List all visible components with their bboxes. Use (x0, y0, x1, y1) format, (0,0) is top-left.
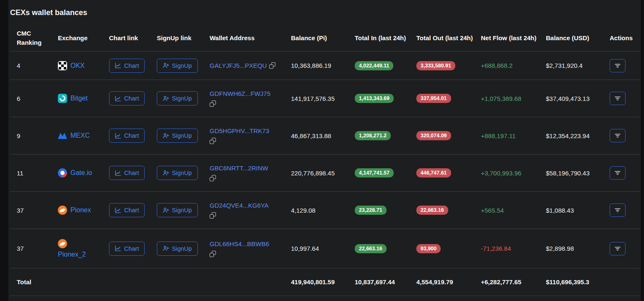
wallet-address-cell: GALYJFJ5...PXEQU (210, 62, 291, 69)
copy-icon[interactable] (210, 251, 216, 257)
chart-button-label: Chart (124, 170, 139, 176)
page-title: CEXs wallet balances (10, 8, 641, 17)
bitget-logo-icon (58, 94, 67, 103)
wallet-address-link[interactable]: GD5HGPHV...TRK73 (210, 127, 269, 134)
exchange-link[interactable]: MEXC (70, 132, 90, 139)
total-balance-usd: $110,696,395.3 (546, 278, 610, 286)
chart-link-cell: Chart (109, 203, 157, 217)
wallet-address-link[interactable]: GDFNWH6Z...FWJ75 (210, 90, 270, 97)
signup-button[interactable]: SignUp (157, 203, 198, 217)
wallet-address-cell: GD24QVE4...KG6YA (210, 202, 291, 219)
actions-cell (610, 129, 641, 142)
signup-button[interactable]: SignUp (157, 129, 198, 143)
filter-icon (614, 95, 621, 102)
exchange-cell: Pionex (58, 206, 109, 215)
filter-icon (614, 132, 621, 139)
wallet-address-link[interactable]: GBC6NRTT...2RINW (210, 165, 268, 172)
chart-button[interactable]: Chart (109, 129, 145, 143)
wallet-address-link[interactable]: GALYJFJ5...PXEQU (210, 62, 267, 69)
chart-button[interactable]: Chart (109, 59, 145, 73)
filter-icon (614, 170, 621, 176)
actions-button[interactable] (610, 129, 626, 142)
signup-button[interactable]: SignUp (157, 59, 198, 73)
wallet-address-cell: GDL66HS4...BBWB6 (210, 240, 291, 257)
total-out-badge: 3,333,580.91 (416, 61, 455, 70)
signup-button[interactable]: SignUp (157, 242, 198, 256)
table-row: 6 Bitget Chart SignUp (10, 80, 641, 117)
header-total-in: Total In (last 24h) (355, 33, 416, 43)
total-in-cell: 1,208,271.2 (355, 131, 416, 140)
person-plus-icon (163, 207, 169, 214)
person-plus-icon (163, 133, 169, 139)
exchange-link[interactable]: Pionex (70, 206, 91, 214)
line-chart-icon (115, 207, 121, 214)
net-flow-value: +3,700,993.96 (481, 170, 521, 177)
balance-pi-value: 4,129.08 (291, 207, 355, 214)
total-out-badge: 446,747.61 (416, 168, 451, 178)
balance-pi-value: 141,917,576.35 (291, 95, 355, 102)
line-chart-icon (115, 245, 121, 252)
chart-button-label: Chart (124, 62, 139, 69)
total-in-badge: 4,022,449.11 (355, 61, 393, 70)
actions-button[interactable] (610, 92, 626, 105)
total-out-value: 4,554,919.79 (416, 278, 481, 286)
chart-button[interactable]: Chart (109, 91, 145, 105)
chart-button[interactable]: Chart (109, 203, 145, 217)
signup-button[interactable]: SignUp (157, 91, 198, 105)
chart-link-cell: Chart (109, 242, 157, 256)
signup-button[interactable]: SignUp (157, 166, 198, 180)
signup-link-cell: SignUp (157, 59, 210, 73)
total-out-cell: 337,954.01 (416, 94, 481, 103)
total-in-badge: 1,413,343.69 (355, 94, 394, 103)
actions-button[interactable] (610, 59, 626, 72)
header-exchange: Exchange (58, 33, 109, 43)
copy-icon[interactable] (210, 138, 216, 144)
copy-icon[interactable] (210, 175, 216, 181)
exchange-link[interactable]: OKX (70, 62, 85, 69)
chart-button[interactable]: Chart (109, 242, 145, 256)
copy-icon[interactable] (269, 62, 275, 69)
total-in-cell: 1,413,343.69 (355, 94, 416, 103)
wallet-address-cell: GBC6NRTT...2RINW (210, 165, 291, 181)
total-out-cell: 446,747.61 (416, 168, 481, 178)
exchange-link[interactable]: Gate.io (70, 169, 92, 177)
pionex-logo-icon (58, 239, 67, 248)
total-out-badge: 93,900 (416, 244, 441, 253)
total-out-cell: 93,900 (416, 244, 481, 253)
total-balance-pi: 419,940,801.59 (291, 278, 355, 286)
wallet-address-link[interactable]: GDL66HS4...BBWB6 (210, 240, 269, 247)
header-wallet-address: Wallet Address (210, 33, 291, 43)
total-in-badge: 4,147,741.57 (355, 168, 394, 178)
actions-button[interactable] (610, 242, 626, 255)
line-chart-icon (115, 95, 121, 102)
chart-button[interactable]: Chart (109, 166, 145, 180)
header-actions: Actions (610, 33, 641, 43)
table-row: 9 MEXC Chart SignUp (10, 117, 641, 154)
actions-button[interactable] (610, 166, 626, 180)
total-in-badge: 1,208,271.2 (355, 131, 391, 140)
copy-icon[interactable] (210, 100, 216, 107)
actions-button[interactable] (610, 203, 626, 217)
table-body: 4 OKX Chart SignUp (10, 51, 641, 268)
exchange-link[interactable]: Bitget (70, 95, 88, 102)
total-in-cell: 23,228.71 (355, 206, 416, 215)
signup-button-label: SignUp (172, 245, 192, 252)
exchange-link[interactable]: Pionex_2 (58, 251, 86, 258)
header-balance-usd: Balance (USD) (546, 33, 610, 43)
signup-button-label: SignUp (172, 62, 192, 69)
gateio-logo-icon (58, 168, 67, 178)
wallet-address-link[interactable]: GD24QVE4...KG6YA (210, 202, 269, 209)
signup-button-label: SignUp (172, 170, 192, 176)
signup-link-cell: SignUp (157, 166, 210, 180)
actions-cell (610, 166, 641, 180)
balance-usd-value: $58,196,790.43 (546, 170, 610, 177)
net-flow-value: +888,197.11 (481, 132, 516, 139)
table-row: 37 Pionex Chart SignUp (10, 192, 641, 229)
okx-logo-icon (58, 61, 67, 70)
total-out-badge: 22,663.16 (416, 206, 448, 215)
header-chart-link: Chart link (109, 33, 157, 43)
signup-link-cell: SignUp (157, 242, 210, 256)
total-out-badge: 337,954.01 (416, 94, 451, 103)
copy-icon[interactable] (210, 212, 216, 219)
line-chart-icon (115, 133, 121, 139)
